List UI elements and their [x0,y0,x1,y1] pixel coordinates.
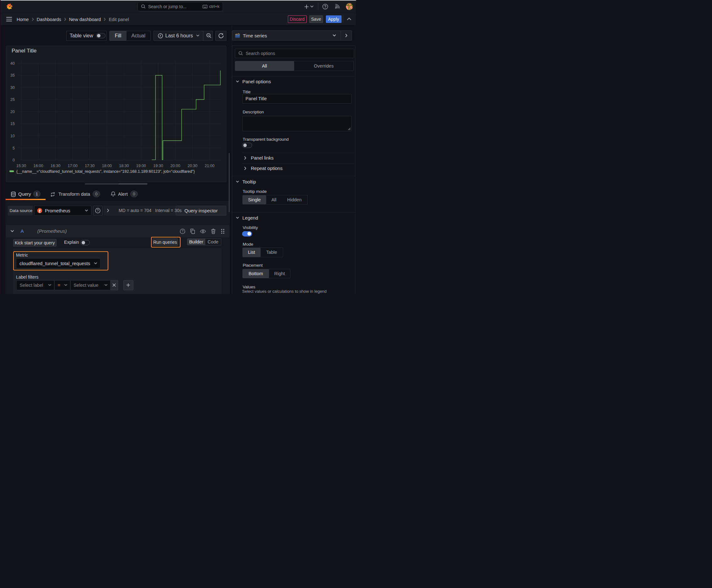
svg-text:20:00: 20:00 [170,164,180,168]
svg-text:17:00: 17:00 [68,164,78,168]
svg-text:{__name__="cloudflared_tunnel_: {__name__="cloudflared_tunnel_total_requ… [16,169,195,174]
svg-text:40: 40 [10,61,15,66]
svg-text:?: ? [181,230,184,233]
svg-text:5: 5 [13,146,15,150]
svg-text:15:30: 15:30 [16,164,26,168]
svg-text:16:30: 16:30 [50,164,60,168]
svg-text:18:00: 18:00 [102,164,112,168]
svg-text:0: 0 [13,158,15,162]
svg-text:16:00: 16:00 [33,164,43,168]
svg-text:10: 10 [10,134,15,138]
svg-text:20:30: 20:30 [188,164,197,168]
svg-text:17:30: 17:30 [85,164,94,168]
svg-text:20: 20 [10,110,15,114]
svg-text:18:30: 18:30 [119,164,129,168]
svg-text:19:00: 19:00 [136,164,146,168]
svg-text:15: 15 [10,122,15,126]
svg-text:35: 35 [10,73,15,78]
svg-text:19:30: 19:30 [153,164,163,168]
svg-text:25: 25 [10,97,15,102]
svg-text:30: 30 [10,85,15,90]
svg-text:21:00: 21:00 [205,164,214,168]
svg-text:?: ? [97,209,99,212]
